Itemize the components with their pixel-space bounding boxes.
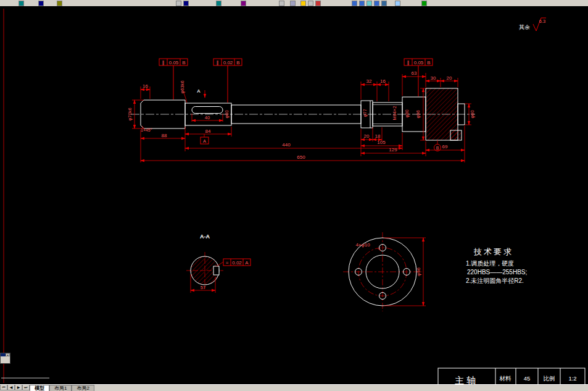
title-block-material-label: 材料 [499, 375, 512, 382]
arc-icon[interactable] [374, 1, 379, 6]
cad-application-window: { "toolbar": { "icons": ["new-icon","ope… [0, 0, 588, 391]
dim-440: 440 [282, 142, 291, 148]
surface-roughness-note: 其余 6.3 [519, 18, 546, 31]
dim-84: 84 [205, 128, 211, 134]
top-dimension-texts: 16 32 16 63 30 20 [143, 70, 452, 89]
layout-tab-bar: ⏮ ◀ ▶ ⏭ 模型 布局1 布局2 [0, 384, 588, 391]
dim-thread: M64×2 [392, 106, 397, 120]
dim-dia-pre: φ80 [404, 109, 410, 117]
section-tol-datum: A [245, 260, 249, 266]
section-tol-symbol: = [226, 260, 229, 266]
shaft-drawing: 其余 6.3 ∥ 0.05 B ∥ [0, 6, 588, 385]
dim-18: 18 [375, 133, 381, 139]
tolerance-frames [159, 59, 433, 103]
surface-note-label: 其余 [519, 24, 530, 30]
circle-icon[interactable] [366, 1, 372, 6]
dim-flange-outer: φ96 [416, 267, 421, 276]
open-icon[interactable] [38, 1, 44, 6]
dim-20b: 20 [364, 133, 370, 139]
tab-scroll-next-button[interactable]: ▶ [15, 385, 22, 390]
polyline-icon[interactable] [359, 1, 365, 6]
tol2-datum: B [236, 60, 239, 65]
tech-req-line3: 2.未注明圆角半径R2. [466, 277, 524, 284]
dim-88: 88 [162, 133, 167, 138]
dim-16b: 16 [380, 78, 386, 84]
title-block-scale-value: 1:2 [568, 375, 576, 382]
tab-scroll-last-button[interactable]: ⏭ [22, 385, 30, 390]
tol2-symbol: ∥ [217, 60, 219, 65]
tol3-symbol: ∥ [407, 60, 410, 65]
tab-scroll-first-button[interactable]: ⏮ [0, 385, 7, 390]
dim-129: 129 [389, 147, 397, 153]
dim-40: 40 [205, 115, 210, 120]
title-block-material-value: 45 [524, 375, 531, 382]
tab-model[interactable]: 模型 [30, 385, 49, 391]
new-icon[interactable] [19, 1, 24, 6]
tol3-value: 0.05 [414, 60, 424, 65]
section-view-aa: A-A 57 = 0.02 A [186, 233, 251, 293]
section-title: A-A [200, 233, 210, 240]
dim-dia-stub: φ60 [470, 110, 475, 118]
tab-scroll-prev-button[interactable]: ◀ [7, 385, 15, 390]
dimension-icon[interactable] [421, 1, 427, 6]
dim-650: 650 [297, 154, 305, 160]
tol1-datum: B [182, 60, 185, 65]
close-icon[interactable]: × [6, 353, 10, 356]
tech-req-line2: 220HBS——255HBS; [467, 269, 527, 275]
undo-icon[interactable] [176, 1, 181, 6]
pan-icon[interactable] [216, 1, 222, 6]
flange-end-view: 4×φ10 φ96 [343, 232, 426, 311]
dim-dia-collar: φ77 [362, 109, 368, 117]
dim-57: 57 [201, 285, 205, 290]
dim-dia-flange: φ96 [415, 110, 421, 118]
osnap-icon[interactable] [315, 1, 321, 6]
tab-layout1[interactable]: 布局1 [49, 385, 72, 391]
dim-20: 20 [447, 75, 452, 81]
dim-105: 105 [377, 140, 386, 145]
technical-requirements: 技术要求 1.调质处理，硬度 220HBS——255HBS; 2.未注明圆角半径… [466, 247, 527, 284]
tol3-datum: B [427, 60, 430, 65]
hatch-icon[interactable] [395, 1, 400, 6]
title-block: 主轴 材料 45 比例 1:2 [438, 368, 585, 385]
tol2-value: 0.02 [223, 60, 233, 65]
zoom-icon[interactable] [241, 1, 246, 6]
dim-32: 32 [366, 78, 372, 84]
dim-16: 16 [143, 83, 148, 89]
tol1-symbol: ∥ [162, 60, 165, 65]
datum-a-label: A [203, 138, 206, 144]
title-block-part-name: 主轴 [455, 375, 478, 385]
title-block-scale-label: 比例 [544, 375, 555, 382]
dim-dia-mid: φ60 [224, 110, 230, 118]
sheet-frame [1, 9, 49, 383]
dim-69: 69 [442, 144, 448, 149]
tech-req-title: 技术要求 [473, 247, 513, 256]
tech-req-line1: 1.调质处理，硬度 [466, 260, 514, 267]
section-cut-letter: A [197, 88, 201, 94]
dim-63: 63 [412, 70, 417, 76]
datum-marks: A A B [197, 88, 441, 151]
minimized-command-window[interactable]: × [0, 353, 10, 364]
tolerance-frame-texts: ∥ 0.05 B ∥ 0.02 B ∥ 0.05 B [162, 60, 431, 65]
properties-icon[interactable] [290, 1, 296, 6]
diameter-dimension-texts: φ70k6 φ63k6 φ60 φ77 M64×2 φ80 φ96 φ60 [127, 80, 475, 120]
grid-icon[interactable] [308, 1, 313, 6]
dim-bolt-holes: 4×φ10 [355, 242, 370, 248]
dim-dia-key: φ63k6 [180, 80, 185, 93]
drawing-canvas[interactable]: 其余 6.3 ∥ 0.05 B ∥ [0, 6, 588, 385]
redo-icon[interactable] [183, 1, 189, 6]
save-icon[interactable] [57, 1, 62, 6]
dim-30: 30 [431, 75, 436, 81]
tab-layout2[interactable]: 布局2 [72, 385, 94, 391]
dim-dia-left: φ70k6 [127, 107, 133, 120]
line-icon[interactable] [352, 1, 357, 6]
surface-note-value: 6.3 [539, 19, 545, 24]
section-tol-value: 0.02 [232, 260, 242, 266]
datum-b-label: B [436, 146, 439, 150]
top-toolbar [0, 0, 588, 6]
rectangle-icon[interactable] [381, 1, 387, 6]
tol1-value: 0.05 [169, 60, 179, 65]
lock-icon[interactable] [300, 1, 306, 6]
layers-icon[interactable] [279, 1, 284, 6]
